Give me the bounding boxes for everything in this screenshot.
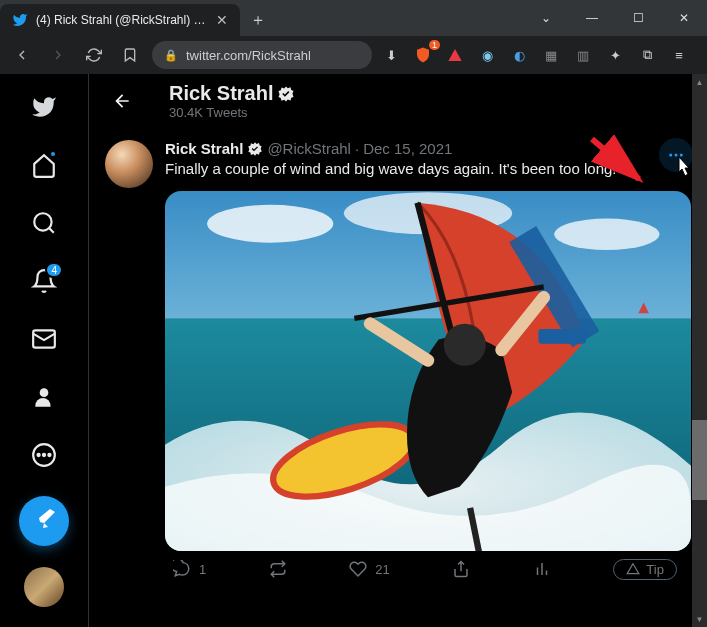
twitter-logo-icon[interactable]: [19, 82, 69, 132]
profile-icon[interactable]: [19, 372, 69, 422]
main-column: Rick Strahl 30.4K Tweets Rick Strahl: [88, 74, 707, 627]
profile-name: Rick Strahl: [169, 82, 295, 105]
home-icon[interactable]: [19, 140, 69, 190]
twitter-favicon: [12, 12, 28, 28]
ext-icon-3[interactable]: ▦: [540, 44, 562, 66]
bookmark-button[interactable]: [116, 41, 144, 69]
cursor-pointer-icon: [669, 154, 695, 189]
brave-triangle-icon[interactable]: [444, 44, 466, 66]
svg-point-24: [444, 323, 486, 365]
left-nav: 4: [0, 74, 88, 627]
forward-button[interactable]: [44, 41, 72, 69]
url-bar[interactable]: 🔒 twitter.com/RickStrahl: [152, 41, 372, 69]
tab-title: (4) Rick Strahl (@RickStrahl) / Twi: [36, 13, 208, 27]
tweet-header: Rick Strahl @RickStrahl · Dec 15, 2021: [165, 140, 691, 157]
skull-emoji: ☠: [621, 160, 634, 177]
tip-button[interactable]: Tip: [613, 559, 677, 580]
tweet: Rick Strahl @RickStrahl · Dec 15, 2021 F…: [89, 128, 707, 592]
retweet-button[interactable]: [269, 559, 287, 580]
window-close[interactable]: ✕: [661, 0, 707, 36]
window-minimize[interactable]: —: [569, 0, 615, 36]
svg-marker-0: [448, 49, 461, 61]
extensions-icon[interactable]: ✦: [604, 44, 626, 66]
messages-icon[interactable]: [19, 314, 69, 364]
close-tab-icon[interactable]: ✕: [216, 12, 228, 28]
pip-icon[interactable]: ⧉: [636, 44, 658, 66]
tweet-date[interactable]: Dec 15, 2021: [363, 140, 452, 157]
download-icon[interactable]: ⬇: [380, 44, 402, 66]
analytics-button[interactable]: [533, 559, 551, 580]
browser-chrome: (4) Rick Strahl (@RickStrahl) / Twi ✕ ＋ …: [0, 0, 707, 74]
svg-point-6: [38, 454, 40, 456]
ext-icon-1[interactable]: ◉: [476, 44, 498, 66]
titlebar: (4) Rick Strahl (@RickStrahl) / Twi ✕ ＋ …: [0, 0, 707, 36]
twitter-app: 4 Rick Strahl: [0, 74, 707, 627]
tweet-actions: 1 21: [165, 551, 685, 580]
ext-icon-4[interactable]: ▥: [572, 44, 594, 66]
author-name[interactable]: Rick Strahl: [165, 140, 243, 157]
more-icon[interactable]: [19, 430, 69, 480]
notifications-icon[interactable]: 4: [19, 256, 69, 306]
extension-icons: ⬇ 1 ◉ ◐ ▦ ▥ ✦ ⧉ ≡: [380, 44, 690, 66]
lock-icon: 🔒: [164, 49, 178, 62]
profile-header: Rick Strahl 30.4K Tweets: [89, 74, 707, 128]
back-button[interactable]: [8, 41, 36, 69]
tweet-text: Finally a couple of wind and big wave da…: [165, 159, 691, 179]
menu-icon[interactable]: ≡: [668, 44, 690, 66]
tweet-media[interactable]: [165, 191, 691, 551]
home-badge: [49, 150, 57, 158]
verified-icon: [247, 141, 263, 157]
profile-tweet-count: 30.4K Tweets: [169, 105, 295, 120]
tweet-avatar[interactable]: [105, 140, 153, 188]
scroll-up-arrow[interactable]: ▲: [692, 74, 707, 90]
new-tab-button[interactable]: ＋: [240, 4, 276, 36]
svg-line-2: [49, 228, 54, 233]
search-icon[interactable]: [19, 198, 69, 248]
share-button[interactable]: [452, 559, 470, 580]
svg-point-4: [40, 388, 49, 397]
verified-icon: [277, 85, 295, 103]
svg-point-15: [207, 204, 333, 242]
svg-point-8: [48, 454, 50, 456]
notifications-badge: 4: [45, 262, 63, 278]
url-text: twitter.com/RickStrahl: [186, 48, 311, 63]
urlbar-row: 🔒 twitter.com/RickStrahl ⬇ 1 ◉ ◐ ▦ ▥ ✦ ⧉…: [0, 36, 707, 74]
ext-icon-2[interactable]: ◐: [508, 44, 530, 66]
browser-tab[interactable]: (4) Rick Strahl (@RickStrahl) / Twi ✕: [0, 4, 240, 36]
window-dropdown[interactable]: ⌄: [523, 0, 569, 36]
reload-button[interactable]: [80, 41, 108, 69]
window-maximize[interactable]: ☐: [615, 0, 661, 36]
svg-rect-21: [538, 328, 585, 343]
scroll-thumb[interactable]: [692, 420, 707, 500]
author-handle[interactable]: @RickStrahl: [267, 140, 351, 157]
scroll-down-arrow[interactable]: ▼: [692, 611, 707, 627]
back-arrow-icon[interactable]: [105, 84, 139, 118]
brave-shield-icon[interactable]: 1: [412, 44, 434, 66]
like-button[interactable]: 21: [349, 559, 389, 580]
svg-point-17: [554, 218, 659, 250]
reply-button[interactable]: 1: [173, 559, 206, 580]
compose-button[interactable]: [19, 496, 69, 546]
svg-point-1: [34, 213, 51, 230]
account-avatar[interactable]: [24, 567, 64, 607]
svg-point-7: [43, 454, 45, 456]
svg-marker-30: [628, 564, 640, 574]
